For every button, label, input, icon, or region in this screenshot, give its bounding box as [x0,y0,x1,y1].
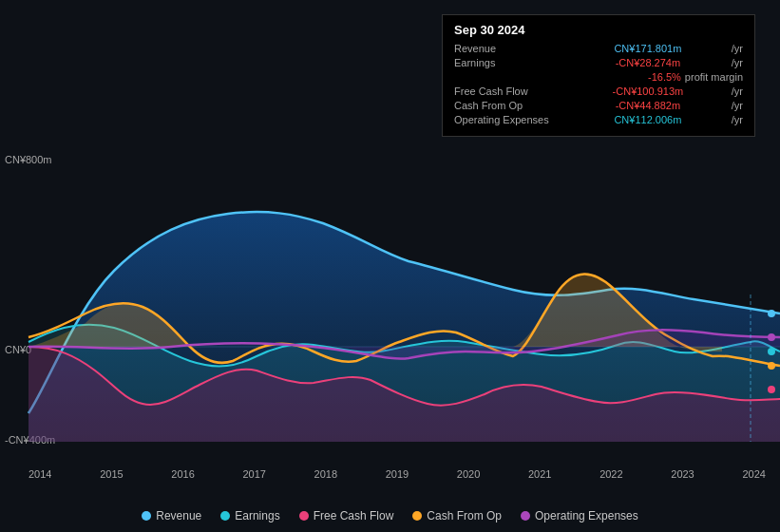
tooltip-opex-row: Operating Expenses CN¥112.006m /yr [454,114,743,125]
tooltip-profit-margin-label: profit margin [685,71,743,83]
tooltip-opex-suffix: /yr [732,114,743,125]
legend-item-opex[interactable]: Operating Expenses [521,509,638,522]
x-label-2024: 2024 [742,468,765,480]
x-axis-labels: 2014 2015 2016 2017 2018 2019 2020 2021 … [24,464,780,480]
legend-dot-cashfromop [412,511,422,521]
legend-label-fcf: Free Cash Flow [314,509,394,522]
tooltip-earnings-row: Earnings -CN¥28.274m /yr [454,57,743,68]
tooltip-revenue-row: Revenue CN¥171.801m /yr [454,43,743,54]
legend-dot-fcf [299,511,309,521]
svg-point-4 [768,386,775,393]
tooltip-cashfromop-row: Cash From Op -CN¥44.882m /yr [454,100,743,111]
tooltip-cashfromop-label: Cash From Op [454,100,568,111]
legend-label-opex: Operating Expenses [535,509,638,522]
chart-container: Sep 30 2024 Revenue CN¥171.801m /yr Earn… [0,0,780,532]
legend-item-cashfromop[interactable]: Cash From Op [412,509,502,522]
legend-label-earnings: Earnings [235,509,279,522]
legend: Revenue Earnings Free Cash Flow Cash Fro… [0,509,780,522]
tooltip: Sep 30 2024 Revenue CN¥171.801m /yr Earn… [442,14,755,137]
svg-point-2 [768,310,775,317]
tooltip-revenue-suffix: /yr [732,43,743,54]
legend-dot-earnings [220,511,230,521]
legend-dot-revenue [142,511,151,521]
tooltip-earnings-value: -CN¥28.274m [616,57,680,68]
legend-label-cashfromop: Cash From Op [427,509,502,522]
svg-point-3 [768,348,775,355]
tooltip-earnings-suffix: /yr [732,57,743,68]
legend-item-revenue[interactable]: Revenue [142,509,201,522]
tooltip-fcf-row: Free Cash Flow -CN¥100.913m /yr [454,86,743,97]
tooltip-fcf-value: -CN¥100.913m [613,86,684,97]
tooltip-earnings-label: Earnings [454,57,568,68]
x-label-2016: 2016 [171,468,194,480]
legend-dot-opex [521,511,530,521]
tooltip-opex-value: CN¥112.006m [614,114,681,125]
x-label-2017: 2017 [242,468,265,480]
chart-svg [0,147,780,451]
legend-item-earnings[interactable]: Earnings [220,509,279,522]
svg-point-6 [768,333,775,341]
tooltip-cashfromop-value: -CN¥44.882m [616,100,680,111]
tooltip-date: Sep 30 2024 [454,23,743,37]
x-label-2018: 2018 [314,468,337,480]
tooltip-revenue-label: Revenue [454,43,568,54]
x-label-2019: 2019 [386,468,409,480]
svg-point-5 [768,362,775,370]
legend-item-fcf[interactable]: Free Cash Flow [299,509,394,522]
tooltip-profit-margin-row: -16.5% profit margin [454,71,743,83]
tooltip-fcf-label: Free Cash Flow [454,86,568,97]
legend-label-revenue: Revenue [156,509,201,522]
tooltip-profit-margin-value: -16.5% [648,71,681,83]
tooltip-opex-label: Operating Expenses [454,114,568,125]
x-label-2022: 2022 [599,468,622,480]
x-label-2015: 2015 [100,468,123,480]
x-label-2021: 2021 [528,468,551,480]
tooltip-fcf-suffix: /yr [732,86,743,97]
x-label-2020: 2020 [457,468,480,480]
tooltip-cashfromop-suffix: /yr [732,100,743,111]
x-label-2023: 2023 [671,468,694,480]
x-label-2014: 2014 [29,468,51,480]
tooltip-revenue-value: CN¥171.801m [614,43,681,54]
